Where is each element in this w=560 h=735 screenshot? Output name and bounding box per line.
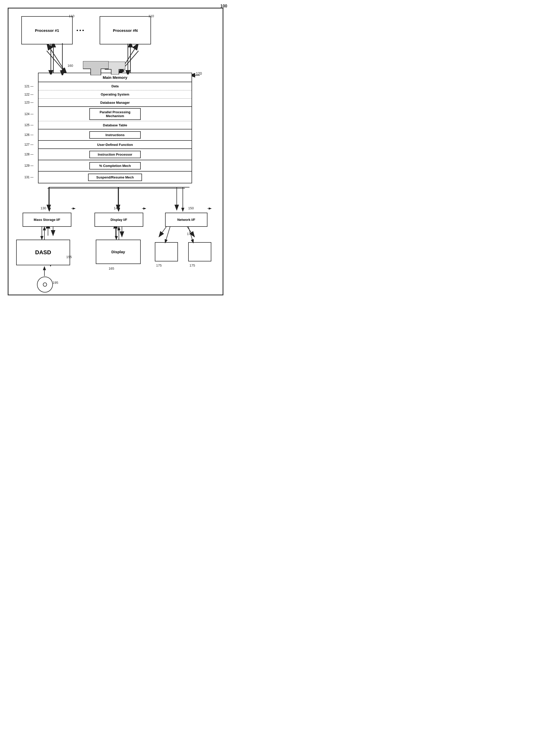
memory-row-ppm: 124 — Parallel ProcessingMechanism	[39, 107, 192, 121]
data-label: Data	[39, 83, 192, 89]
ip-box: Instruction Processor	[89, 151, 141, 158]
os-label: Operating System	[39, 91, 192, 97]
ref-175-2: 175	[189, 263, 195, 267]
ref-130: 130	[41, 206, 46, 210]
network-node-1-box	[155, 242, 178, 261]
instructions-box: Instructions	[89, 131, 141, 139]
dbt-label: Database Table	[39, 122, 192, 128]
svg-point-32	[43, 283, 47, 286]
memory-row-data: 121 — Data	[39, 82, 192, 90]
disk-symbol	[36, 276, 54, 295]
dasd-box: DASD	[16, 240, 70, 265]
ref-175-1: 175	[156, 263, 162, 267]
ref-100: 100	[220, 4, 227, 8]
processor-n-label: Processor #N	[113, 28, 138, 33]
diagram-container: 100	[8, 8, 223, 295]
display-if-box: Display I/F	[94, 213, 143, 227]
network-if-label: Network I/F	[177, 218, 195, 222]
ref-150: 150	[188, 206, 194, 210]
ref-128: 128 —	[24, 153, 33, 156]
main-memory-section: Main Memory 121 — Data 122 — Operating S…	[38, 73, 192, 183]
svg-marker-52	[83, 61, 109, 75]
dasd-label: DASD	[35, 249, 51, 256]
memory-row-udf: 127 — User-Defined Function	[39, 141, 192, 149]
srm-box: Suspend/Resume Mech	[88, 174, 142, 181]
processor-n-box: Processor #N	[100, 16, 151, 44]
ref-125: 125 —	[24, 123, 33, 127]
ppm-box: Parallel ProcessingMechanism	[89, 108, 141, 120]
dots: • • •	[77, 28, 84, 33]
ref-110-p1: 110	[69, 14, 74, 18]
svg-point-31	[37, 277, 53, 292]
memory-row-ip: 128 — Instruction Processor	[39, 149, 192, 160]
ref-131: 131 —	[24, 175, 33, 179]
ref-165: 165	[109, 267, 114, 270]
udf-label: User-Defined Function	[39, 142, 192, 148]
svg-line-61	[165, 226, 170, 243]
ref-195: 195	[53, 281, 58, 285]
ref-126: 126 —	[24, 133, 33, 137]
display-box: Display	[96, 240, 141, 264]
ref-122: 122 —	[24, 93, 33, 96]
memory-row-srm: 131 — Suspend/Resume Mech	[39, 172, 192, 183]
network-node-2-box	[188, 242, 211, 261]
memory-row-cm: 129 — % Completion Mech	[39, 160, 192, 172]
svg-line-62	[188, 226, 193, 243]
cm-box: % Completion Mech	[89, 162, 141, 169]
processor-1-label: Processor #1	[35, 28, 59, 33]
network-if-box: Network I/F	[165, 213, 207, 227]
processor-1-box: Processor #1	[21, 16, 73, 44]
ref-155: 155	[66, 255, 72, 259]
display-if-label: Display I/F	[110, 218, 127, 222]
memory-row-dbm: 123 — Database Manager	[39, 99, 192, 107]
display-label: Display	[111, 250, 125, 254]
mass-storage-if-label: Mass Storage I/F	[34, 218, 60, 222]
ref-127: 127 —	[24, 143, 33, 146]
ref-123: 123 —	[24, 101, 33, 104]
memory-row-os: 122 — Operating System	[39, 90, 192, 99]
main-memory-label: Main Memory	[103, 75, 127, 80]
memory-row-instructions: 126 — Instructions	[39, 129, 192, 141]
ref-129: 129 —	[24, 164, 33, 167]
memory-row-dbt: 125 — Database Table	[39, 121, 192, 129]
ref-124: 124 —	[24, 112, 33, 116]
ref-110-pn: 110	[148, 14, 154, 18]
mass-storage-if-box: Mass Storage I/F	[23, 213, 71, 227]
dbm-label: Database Manager	[39, 100, 192, 106]
ref-121: 121 —	[24, 84, 33, 88]
